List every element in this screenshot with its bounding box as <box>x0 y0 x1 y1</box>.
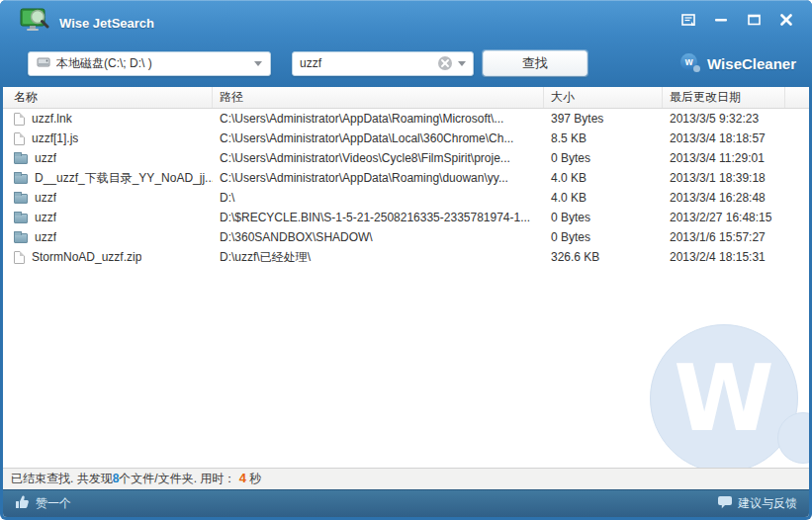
column-header-modified[interactable]: 最后更改日期 <box>663 87 785 108</box>
column-header-path[interactable]: 路径 <box>213 87 544 108</box>
file-size: 326.6 KB <box>544 247 663 267</box>
file-name: uzzf <box>35 227 56 247</box>
table-row[interactable]: uzzf D:\$RECYCLE.BIN\S-1-5-21-2508216335… <box>3 208 809 227</box>
file-name: uzzf <box>35 208 56 227</box>
search-input[interactable] <box>300 56 438 70</box>
file-icon <box>14 113 25 126</box>
folder-icon <box>14 154 28 164</box>
file-path: C:\Users\Administrator\AppData\Roaming\M… <box>213 109 544 129</box>
file-modified: 2013/3/4 18:18:57 <box>663 129 809 148</box>
file-modified: 2013/2/4 18:15:31 <box>663 247 809 267</box>
file-modified: 2013/3/1 18:39:18 <box>663 168 809 188</box>
search-history-chevron-icon[interactable] <box>458 61 466 66</box>
file-name: uzzf[1].js <box>32 129 78 148</box>
table-row[interactable]: uzzf D:\360SANDBOX\SHADOW\ 0 Bytes 2013/… <box>3 227 809 247</box>
folder-icon <box>14 174 28 184</box>
footer-bar: 赞一个 建议与反馈 <box>3 489 809 517</box>
column-header-spacer <box>785 87 809 108</box>
file-size: 8.5 KB <box>544 129 663 148</box>
drive-selector-value: 本地磁盘(C:\; D:\ ) <box>56 55 248 72</box>
table-row[interactable]: uzzf D:\ 4.0 KB 2013/3/4 16:28:48 <box>3 188 809 208</box>
thumbs-up-icon <box>15 495 30 512</box>
status-text: 已结束查找. 共发现8个文件/文件夹. 用时： 4 秒 <box>11 471 261 487</box>
file-name: uzzf.lnk <box>32 109 72 129</box>
file-path: D:\$RECYCLE.BIN\S-1-5-21-2508216335-2335… <box>213 208 544 227</box>
file-path: C:\Users\Administrator\Videos\Cycle8\Fil… <box>213 148 544 168</box>
folder-icon <box>14 214 28 223</box>
table-row[interactable]: StormNoAD_uzzf.zip D:\uzzf\已经处理\ 326.6 K… <box>3 247 809 267</box>
search-button[interactable]: 查找 <box>483 50 587 76</box>
brand[interactable]: w WiseCleaner <box>680 53 796 73</box>
drive-icon <box>37 56 50 71</box>
drive-selector[interactable]: 本地磁盘(C:\; D:\ ) <box>28 51 271 76</box>
title-area: Wise JetSearch <box>20 8 154 38</box>
like-button[interactable]: 赞一个 <box>15 495 71 512</box>
wisecleaner-logo-icon: w <box>680 53 700 73</box>
feedback-label: 建议与反馈 <box>738 495 797 512</box>
window-controls <box>677 10 798 30</box>
file-path: D:\ <box>213 188 544 208</box>
wise-jetsearch-window: Wise JetSearch <box>0 0 812 520</box>
search-box <box>292 51 474 76</box>
file-size: 397 Bytes <box>544 109 663 129</box>
clear-search-icon[interactable] <box>438 56 452 70</box>
folder-icon <box>14 233 28 243</box>
file-size: 4.0 KB <box>544 188 663 208</box>
table-row[interactable]: uzzf C:\Users\Administrator\Videos\Cycle… <box>3 148 809 168</box>
file-path: C:\Users\Administrator\AppData\Local\360… <box>213 129 544 148</box>
content-area: 名称 路径 大小 最后更改日期 uzzf.lnk C:\Users\Admini… <box>3 87 809 517</box>
column-header-size[interactable]: 大小 <box>544 87 663 108</box>
status-bar: 已结束查找. 共发现8个文件/文件夹. 用时： 4 秒 <box>3 468 809 489</box>
watermark-logo-icon: W <box>650 324 798 468</box>
file-name: D__uzzf_下载目录_YY_NoAD_jj... <box>35 168 213 188</box>
elapsed-time: 4 <box>239 471 246 485</box>
file-size: 0 Bytes <box>544 227 663 247</box>
column-header-name[interactable]: 名称 <box>3 87 213 108</box>
table-row[interactable]: D__uzzf_下载目录_YY_NoAD_jj... C:\Users\Admi… <box>3 168 809 188</box>
table-row[interactable]: uzzf.lnk C:\Users\Administrator\AppData\… <box>3 109 809 129</box>
chevron-down-icon <box>254 61 262 66</box>
file-modified: 2013/1/6 15:57:27 <box>663 227 809 247</box>
close-button[interactable] <box>774 10 798 30</box>
file-modified: 2013/3/5 9:32:23 <box>663 109 809 129</box>
file-path: D:\360SANDBOX\SHADOW\ <box>213 227 544 247</box>
file-modified: 2013/3/4 11:29:01 <box>663 148 809 168</box>
table-header: 名称 路径 大小 最后更改日期 <box>3 87 809 109</box>
maximize-button[interactable] <box>742 10 766 30</box>
file-path: D:\uzzf\已经处理\ <box>213 247 544 267</box>
results-list: uzzf.lnk C:\Users\Administrator\AppData\… <box>3 109 809 468</box>
minimize-button[interactable] <box>709 10 733 30</box>
file-name: uzzf <box>35 148 56 168</box>
file-path: C:\Users\Administrator\AppData\Roaming\d… <box>213 168 544 188</box>
file-icon <box>14 132 25 145</box>
window-title: Wise JetSearch <box>59 16 154 31</box>
file-icon <box>14 251 25 264</box>
file-modified: 2013/3/4 16:28:48 <box>663 188 809 208</box>
watermark: W <box>650 324 798 468</box>
titlebar: Wise JetSearch <box>0 0 812 87</box>
file-size: 0 Bytes <box>544 208 663 227</box>
feedback-button[interactable]: 建议与反馈 <box>718 495 797 512</box>
main-menu-button[interactable] <box>677 10 700 30</box>
speech-bubble-icon <box>718 496 732 512</box>
app-logo-icon <box>20 8 49 38</box>
brand-name: WiseCleaner <box>707 55 796 72</box>
folder-icon <box>14 194 28 204</box>
file-modified: 2013/2/27 16:48:15 <box>663 208 809 227</box>
file-size: 0 Bytes <box>544 148 663 168</box>
file-size: 4.0 KB <box>544 168 663 188</box>
like-label: 赞一个 <box>36 495 71 512</box>
table-row[interactable]: uzzf[1].js C:\Users\Administrator\AppDat… <box>3 129 809 148</box>
file-name: StormNoAD_uzzf.zip <box>32 247 141 267</box>
toolbar: 本地磁盘(C:\; D:\ ) 查找 w Wi <box>28 50 796 76</box>
file-name: uzzf <box>35 188 56 208</box>
